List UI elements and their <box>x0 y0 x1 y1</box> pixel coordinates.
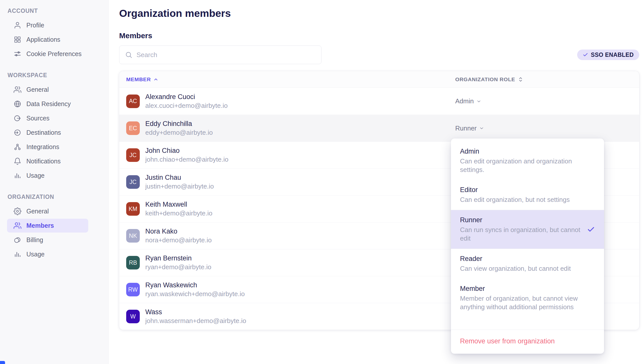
sidebar-item-integrations[interactable]: Integrations <box>7 140 88 154</box>
role-option-reader[interactable]: Reader Can view organization, but cannot… <box>451 249 604 279</box>
sidebar-item-general[interactable]: General <box>7 83 88 97</box>
nodes-icon <box>14 143 21 151</box>
role-option-description: Can view organization, but cannot edit <box>460 264 581 273</box>
sidebar-item-cookie-preferences[interactable]: Cookie Preferences <box>7 47 88 61</box>
check-icon <box>583 52 588 58</box>
bell-icon <box>14 157 21 165</box>
avatar: RW <box>126 283 140 296</box>
globe-icon <box>14 100 21 108</box>
sort-icon <box>518 76 524 82</box>
sidebar-section-label: ORGANIZATION <box>0 194 108 200</box>
member-email: eddy+demo@airbyte.io <box>145 129 213 136</box>
member-cell: NK Nora Kako nora+demo@airbyte.io <box>119 228 455 244</box>
sso-enabled-badge: SSO ENABLED <box>577 50 639 60</box>
role-dropdown-menu: Admin Can edit organization and organiza… <box>451 139 604 354</box>
sidebar-item-usage[interactable]: Usage <box>7 169 88 183</box>
chevron-down-icon <box>479 126 484 131</box>
remove-user-button[interactable]: Remove user from organization <box>451 330 604 354</box>
avatar: KM <box>126 202 140 216</box>
corner-widget[interactable] <box>0 361 5 364</box>
member-email: keith+demo@airbyte.io <box>145 209 212 217</box>
member-name: Nora Kako <box>145 228 212 235</box>
avatar: RB <box>126 256 140 269</box>
avatar: JC <box>126 175 140 189</box>
sidebar-section: ORGANIZATION General Members Billing Usa… <box>0 194 108 261</box>
member-cell: EC Eddy Chinchilla eddy+demo@airbyte.io <box>119 120 455 136</box>
bar-chart-icon <box>14 250 21 258</box>
users-icon <box>14 86 21 94</box>
gear-icon <box>14 207 21 215</box>
users-icon <box>14 222 21 230</box>
grid-icon <box>14 36 21 43</box>
sidebar-section: ACCOUNT Profile Applications Cookie Pref… <box>0 8 108 61</box>
member-email: justin+demo@airbyte.io <box>145 183 214 190</box>
coins-icon <box>14 236 21 244</box>
table-row: EC Eddy Chinchilla eddy+demo@airbyte.io … <box>119 115 639 142</box>
sidebar-item-applications[interactable]: Applications <box>7 33 88 47</box>
member-email: ryan.waskewich+demo@airbyte.io <box>145 290 245 298</box>
role-value: Runner <box>455 124 477 132</box>
role-option-title: Reader <box>460 255 595 263</box>
sidebar-item-billing[interactable]: Billing <box>7 233 88 247</box>
sidebar-item-destinations[interactable]: Destinations <box>7 126 88 140</box>
role-option-title: Member <box>460 285 595 293</box>
sidebar-section-label: WORKSPACE <box>0 72 108 79</box>
role-option-title: Runner <box>460 216 584 224</box>
role-option-description: Member of organization, but cannot view … <box>460 294 581 311</box>
table-row: AC Alexandre Cuoci alex.cuoci+demo@airby… <box>119 88 639 115</box>
source-icon <box>14 114 21 122</box>
column-header-member[interactable]: MEMBER <box>119 76 455 82</box>
sidebar-item-general[interactable]: General <box>7 204 88 218</box>
sidebar-section: WORKSPACE General Data Residency Sources… <box>0 72 108 183</box>
sso-badge-label: SSO ENABLED <box>591 52 634 58</box>
member-email: nora+demo@airbyte.io <box>145 236 212 244</box>
role-column-label: ORGANIZATION ROLE <box>455 76 515 82</box>
member-name: John Chiao <box>145 147 228 155</box>
sidebar-item-usage[interactable]: Usage <box>7 247 88 261</box>
member-name: Ryan Waskewich <box>145 281 245 289</box>
member-email: john.chiao+demo@airbyte.io <box>145 156 228 163</box>
role-option-description: Can edit organization and organization s… <box>460 157 581 174</box>
role-option-title: Editor <box>460 186 595 194</box>
member-name: Justin Chau <box>145 174 214 181</box>
role-option-admin[interactable]: Admin Can edit organization and organiza… <box>451 142 604 180</box>
avatar: JC <box>126 148 140 162</box>
toolbar: SSO ENABLED <box>119 46 639 64</box>
sidebar: ACCOUNT Profile Applications Cookie Pref… <box>0 0 109 364</box>
chevron-down-icon <box>476 99 481 104</box>
member-email: alex.cuoci+demo@airbyte.io <box>145 102 228 110</box>
sidebar-section-label: ACCOUNT <box>0 8 108 14</box>
sidebar-item-sources[interactable]: Sources <box>7 111 88 125</box>
member-cell: RB Ryan Bernstein ryan+demo@airbyte.io <box>119 254 455 271</box>
role-dropdown-trigger[interactable]: Runner <box>455 124 639 132</box>
sidebar-item-profile[interactable]: Profile <box>7 18 88 32</box>
role-option-member[interactable]: Member Member of organization, but canno… <box>451 279 604 317</box>
search-icon <box>125 51 132 59</box>
member-cell: W Wass john.wasserman+demo@airbyte.io <box>119 308 455 325</box>
avatar: AC <box>126 95 140 108</box>
member-name: Alexandre Cuoci <box>145 93 228 101</box>
role-dropdown-trigger[interactable]: Admin <box>455 97 639 105</box>
sidebar-item-data-residency[interactable]: Data Residency <box>7 97 88 111</box>
sort-ascending-icon <box>153 77 158 82</box>
sidebar-item-notifications[interactable]: Notifications <box>7 154 88 168</box>
member-name: Eddy Chinchilla <box>145 120 213 128</box>
sliders-icon <box>14 50 21 58</box>
column-header-organization-role[interactable]: ORGANIZATION ROLE <box>455 76 639 82</box>
table-header-row: MEMBER ORGANIZATION ROLE <box>119 71 639 88</box>
member-name: Ryan Bernstein <box>145 254 211 262</box>
member-column-label: MEMBER <box>126 76 151 82</box>
member-cell: AC Alexandre Cuoci alex.cuoci+demo@airby… <box>119 93 455 110</box>
member-cell: RW Ryan Waskewich ryan.waskewich+demo@ai… <box>119 281 455 298</box>
member-name: Keith Maxwell <box>145 201 212 208</box>
member-name: Wass <box>145 308 246 316</box>
page-title: Organization members <box>119 8 639 19</box>
member-email: john.wasserman+demo@airbyte.io <box>145 317 246 325</box>
search-input[interactable] <box>136 46 316 64</box>
sidebar-item-members[interactable]: Members <box>7 219 88 233</box>
avatar: EC <box>126 121 140 135</box>
role-option-editor[interactable]: Editor Can edit organization, but not se… <box>451 180 604 210</box>
members-section-title: Members <box>119 31 639 40</box>
member-email: ryan+demo@airbyte.io <box>145 263 211 271</box>
role-option-runner[interactable]: Runner Can run syncs in organization, bu… <box>451 210 604 249</box>
